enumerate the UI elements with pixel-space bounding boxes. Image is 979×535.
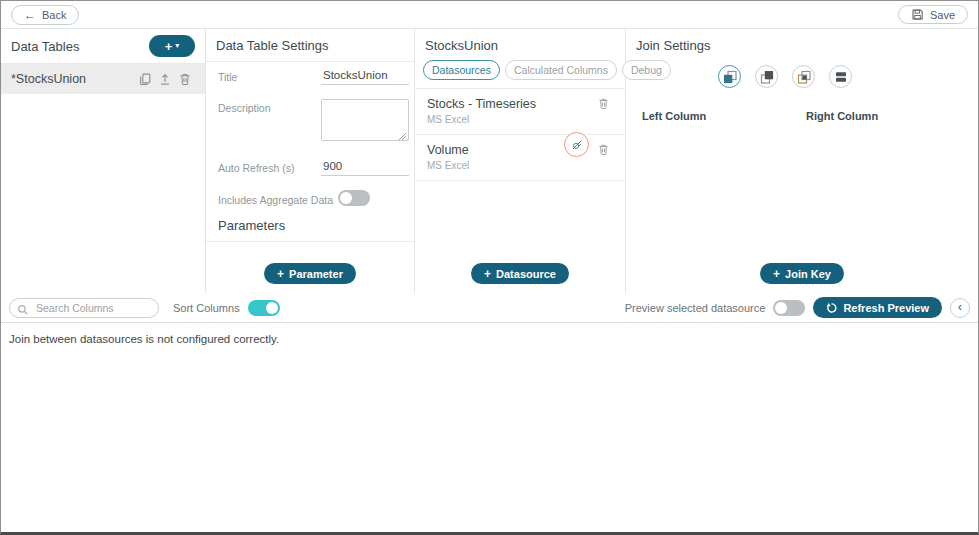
aggregate-toggle[interactable]: [338, 190, 370, 206]
delete-icon[interactable]: [594, 97, 613, 110]
datasource-tabs: Datasources Calculated Columns Debug: [415, 58, 625, 89]
refresh-preview-button[interactable]: Refresh Preview: [813, 297, 942, 318]
search-icon: [17, 302, 29, 320]
datasources-panel-title: StocksUnion: [415, 29, 625, 58]
collapse-preview-icon[interactable]: ‹: [950, 298, 970, 318]
add-join-key-button[interactable]: + Join Key: [760, 263, 844, 284]
save-icon: [911, 8, 924, 21]
add-data-table-button[interactable]: + ▾: [149, 35, 195, 57]
plus-icon: +: [165, 40, 173, 53]
title-field-label: Title: [218, 68, 321, 83]
datasource-list-item[interactable]: Volume MS Excel: [415, 135, 625, 181]
search-columns-wrap: [9, 298, 159, 318]
add-parameter-label: Parameter: [289, 268, 343, 280]
datasource-type: MS Excel: [427, 114, 594, 125]
refresh-icon: [826, 302, 838, 314]
data-table-settings-panel: Data Table Settings Title Description Au…: [206, 29, 415, 293]
preview-datasource-toggle[interactable]: [773, 300, 805, 316]
title-field[interactable]: [321, 68, 409, 85]
back-button-label: Back: [42, 9, 66, 21]
join-type-selector: [626, 61, 978, 88]
add-join-key-label: Join Key: [785, 268, 831, 280]
join-status-message: Join between datasources is not configur…: [1, 323, 978, 355]
add-datasource-button[interactable]: + Datasource: [471, 263, 569, 284]
datasources-panel: StocksUnion Datasources Calculated Colum…: [415, 29, 626, 293]
left-column-label: Left Column: [642, 110, 806, 122]
duplicate-icon[interactable]: [135, 72, 155, 86]
main-content: Data Tables + ▾ *StocksUnion: [1, 29, 978, 293]
export-icon[interactable]: [155, 72, 175, 86]
data-tables-title: Data Tables: [11, 39, 79, 54]
preview-datasource-label: Preview selected datasource: [625, 302, 766, 314]
settings-title: Data Table Settings: [206, 29, 414, 62]
description-field[interactable]: [321, 99, 409, 141]
join-connection-icon[interactable]: [564, 132, 589, 157]
save-button-label: Save: [930, 9, 955, 21]
tab-calculated-columns[interactable]: Calculated Columns: [505, 60, 617, 80]
auto-refresh-label: Auto Refresh (s): [218, 159, 321, 174]
datasource-name: Stocks - Timeseries: [427, 97, 594, 111]
back-arrow-icon: ←: [24, 8, 36, 22]
back-button[interactable]: ← Back: [11, 5, 79, 25]
data-table-name: *StocksUnion: [11, 72, 135, 86]
datasource-type: MS Excel: [427, 160, 594, 171]
top-bar: ← Back Save: [1, 1, 978, 29]
tab-datasources[interactable]: Datasources: [423, 60, 500, 80]
data-table-editor-window: ← Back Save Data Tables + ▾ *StocksUnion: [0, 0, 979, 535]
join-settings-panel: Join Settings Left Column Right Column: [626, 29, 978, 293]
datasource-list-item[interactable]: Stocks - Timeseries MS Excel: [415, 89, 625, 135]
preview-toolbar: Sort Columns Preview selected datasource…: [1, 293, 978, 323]
sort-columns-label: Sort Columns: [173, 302, 240, 314]
inner-join-icon[interactable]: [792, 65, 815, 88]
add-datasource-label: Datasource: [496, 268, 556, 280]
delete-icon[interactable]: [175, 72, 195, 86]
right-column-label: Right Column: [806, 110, 878, 122]
description-field-label: Description: [218, 99, 321, 114]
refresh-preview-label: Refresh Preview: [843, 302, 929, 314]
description-field-wrap: [321, 99, 409, 145]
plus-icon: +: [484, 267, 491, 281]
join-column-headers: Left Column Right Column: [626, 88, 978, 122]
plus-icon: +: [773, 267, 780, 281]
search-columns-input[interactable]: [9, 298, 159, 318]
parameters-section-title: Parameters: [206, 216, 414, 242]
chevron-down-icon: ▾: [175, 42, 179, 50]
join-settings-title: Join Settings: [626, 29, 978, 61]
right-join-icon[interactable]: [755, 65, 778, 88]
left-join-icon[interactable]: [718, 65, 741, 88]
save-button[interactable]: Save: [898, 5, 968, 24]
auto-refresh-field[interactable]: [321, 159, 409, 176]
plus-icon: +: [277, 267, 284, 281]
data-tables-panel: Data Tables + ▾ *StocksUnion: [1, 29, 206, 293]
aggregate-toggle-label: Includes Aggregate Data: [218, 191, 338, 206]
sort-columns-toggle[interactable]: [248, 300, 280, 316]
data-table-list-item[interactable]: *StocksUnion: [1, 64, 205, 94]
delete-icon[interactable]: [594, 143, 613, 156]
union-join-icon[interactable]: [829, 65, 852, 88]
add-parameter-button[interactable]: + Parameter: [264, 263, 356, 284]
